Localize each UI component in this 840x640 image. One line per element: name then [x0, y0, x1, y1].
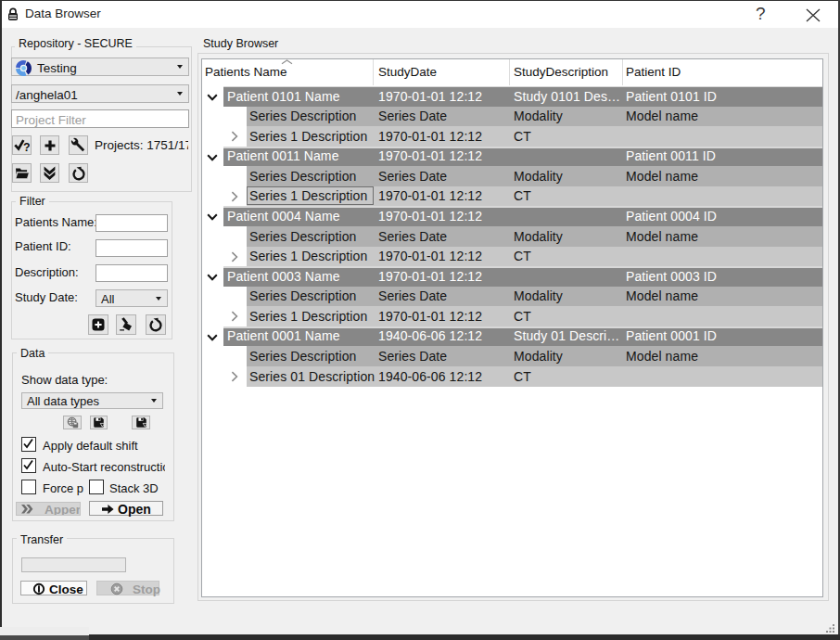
- svg-text:?: ?: [23, 141, 30, 153]
